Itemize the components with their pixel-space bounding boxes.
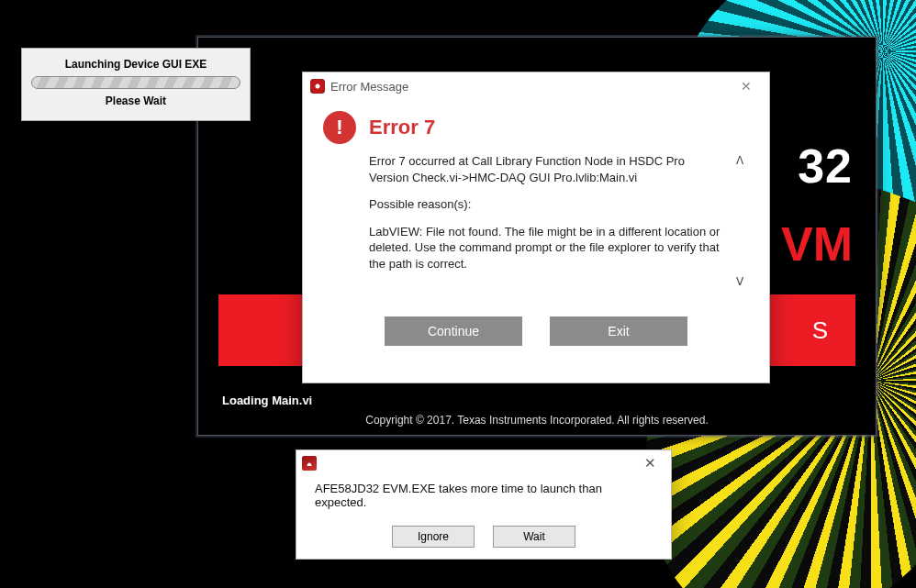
progress-bar — [31, 76, 240, 89]
error-titlebar[interactable]: Error Message ✕ — [303, 72, 769, 100]
wait-button[interactable]: Wait — [493, 526, 575, 548]
ignore-button[interactable]: Ignore — [392, 526, 475, 548]
timeout-dialog: ✕ AFE58JD32 EVM.EXE takes more time to l… — [296, 449, 672, 560]
error-para-2: Possible reason(s): — [369, 196, 727, 213]
loading-status: Loading Main.vi — [222, 394, 312, 407]
error-dialog: Error Message ✕ ! Error 7 ᐱ Error 7 occu… — [302, 72, 770, 383]
launching-box: Launching Device GUI EXE Please Wait — [21, 48, 251, 121]
error-para-3: LabVIEW: File not found. The file might … — [369, 224, 727, 272]
product-subtitle-partial: VM — [781, 216, 853, 272]
error-window-title: Error Message — [330, 80, 408, 94]
continue-button[interactable]: Continue — [385, 316, 522, 346]
timeout-titlebar[interactable]: ✕ — [296, 450, 671, 476]
product-title-partial: 32 — [798, 139, 853, 194]
timeout-message: AFE58JD32 EVM.EXE takes more time to lau… — [296, 476, 671, 509]
error-icon: ! — [323, 111, 356, 144]
error-para-1: Error 7 occurred at Call Library Functio… — [369, 153, 727, 185]
scroll-down-icon[interactable]: ᐯ — [732, 274, 747, 289]
app-icon — [302, 456, 317, 471]
close-icon[interactable]: ✕ — [731, 76, 762, 96]
banner-text-partial: S — [812, 316, 828, 345]
error-heading: Error 7 — [369, 116, 435, 139]
labview-app-icon — [310, 79, 325, 94]
exit-button[interactable]: Exit — [550, 316, 687, 346]
error-message-text: Error 7 occurred at Call Library Functio… — [369, 153, 727, 289]
scroll-up-icon[interactable]: ᐱ — [732, 153, 747, 168]
close-icon[interactable]: ✕ — [634, 453, 665, 473]
copyright-text: Copyright © 2017. Texas Instruments Inco… — [198, 414, 876, 427]
launching-title: Launching Device GUI EXE — [22, 58, 250, 71]
launching-subtitle: Please Wait — [22, 94, 250, 107]
